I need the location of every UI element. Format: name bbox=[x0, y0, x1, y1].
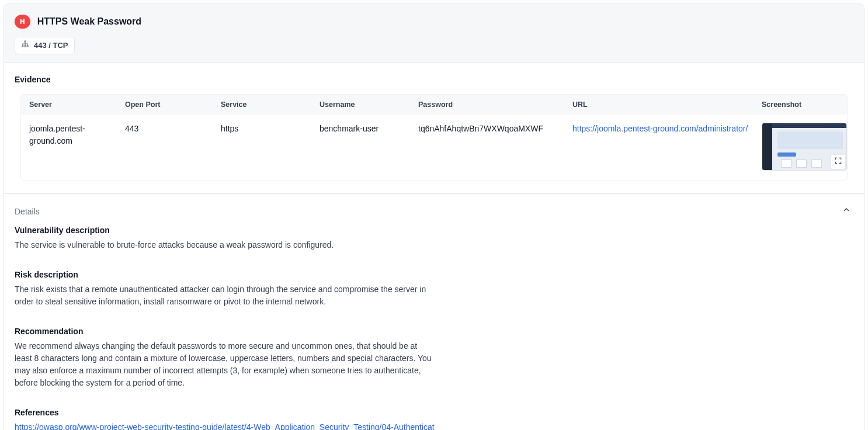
recommendation-block: Recommendation We recommend always chang… bbox=[15, 325, 435, 389]
col-service: Service bbox=[221, 99, 317, 110]
collapse-details-button[interactable] bbox=[839, 204, 853, 219]
svg-point-1 bbox=[22, 46, 23, 47]
references-label: References bbox=[15, 407, 435, 419]
network-icon bbox=[21, 40, 29, 51]
cell-username: benchmark-user bbox=[320, 123, 416, 135]
col-server: Server bbox=[29, 99, 123, 110]
vulnerability-description-text: The service is vulnerable to brute-force… bbox=[15, 239, 435, 251]
table-row: joomla.pentest-ground.com 443 https benc… bbox=[21, 115, 847, 180]
port-chip[interactable]: 443 / TCP bbox=[15, 37, 75, 54]
vulnerability-description-block: Vulnerability description The service is… bbox=[15, 224, 435, 251]
recommendation-label: Recommendation bbox=[15, 325, 435, 338]
evidence-section: Evidence Server Open Port Service Userna… bbox=[4, 63, 864, 194]
cell-screenshot bbox=[762, 123, 848, 171]
risk-description-label: Risk description bbox=[15, 269, 435, 281]
screenshot-thumbnail[interactable] bbox=[762, 123, 847, 171]
expand-icon bbox=[834, 156, 842, 168]
details-label: Details bbox=[15, 206, 40, 218]
svg-point-0 bbox=[25, 41, 26, 42]
port-chip-label: 443 / TCP bbox=[34, 40, 68, 51]
expand-screenshot-button[interactable] bbox=[831, 154, 846, 169]
svg-point-2 bbox=[25, 46, 26, 47]
cell-password: tq6nAhfAhqtwBn7WXWqoaMXWF bbox=[418, 123, 570, 135]
evidence-header-row: Server Open Port Service Username Passwo… bbox=[21, 95, 847, 115]
card-header: H HTTPS Weak Password 443 / TCP bbox=[4, 4, 864, 63]
references-block: References https://owasp.org/www-project… bbox=[15, 407, 435, 430]
evidence-url-link[interactable]: https://joomla.pentest-ground.com/admini… bbox=[572, 124, 748, 133]
finding-card: H HTTPS Weak Password 443 / TCP Evidence… bbox=[4, 4, 864, 430]
risk-description-block: Risk description The risk exists that a … bbox=[15, 269, 435, 308]
evidence-table: Server Open Port Service Username Passwo… bbox=[20, 94, 848, 181]
cell-open-port: 443 bbox=[125, 123, 218, 135]
col-password: Password bbox=[418, 99, 570, 110]
details-section: Details Vulnerability description The se… bbox=[4, 193, 864, 430]
col-username: Username bbox=[320, 99, 416, 110]
col-screenshot: Screenshot bbox=[762, 99, 848, 110]
risk-description-text: The risk exists that a remote unauthenti… bbox=[15, 283, 435, 308]
recommendation-text: We recommend always changing the default… bbox=[15, 340, 435, 389]
reference-link[interactable]: https://owasp.org/www-project-web-securi… bbox=[15, 422, 435, 430]
chevron-up-icon bbox=[842, 205, 851, 218]
finding-title: HTTPS Weak Password bbox=[37, 15, 141, 29]
cell-server: joomla.pentest-ground.com bbox=[29, 123, 123, 147]
col-url: URL bbox=[572, 99, 759, 110]
vulnerability-description-label: Vulnerability description bbox=[15, 224, 435, 237]
cell-url: https://joomla.pentest-ground.com/admini… bbox=[572, 123, 759, 135]
evidence-title: Evidence bbox=[15, 74, 853, 86]
col-open-port: Open Port bbox=[125, 99, 218, 110]
details-header[interactable]: Details bbox=[15, 204, 853, 219]
cell-service: https bbox=[221, 123, 317, 135]
severity-badge: H bbox=[15, 15, 30, 29]
title-row: H HTTPS Weak Password bbox=[15, 15, 853, 29]
svg-point-3 bbox=[27, 46, 28, 47]
